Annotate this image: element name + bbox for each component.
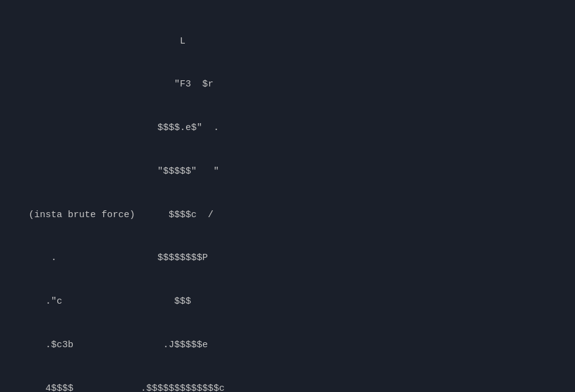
terminal-content: L "F3 $r $$$$.e$" . "$$$$$" " (insta bru… <box>6 5 569 392</box>
ascii-line-9: 4$$$$ .$$$$$$$$$$$$$c <box>6 381 569 393</box>
ascii-line-8: .$c3b .J$$$$$e <box>6 338 569 352</box>
ascii-line-2: "F3 $r <box>6 77 569 91</box>
ascii-line-1: L <box>6 34 569 49</box>
ascii-line-6: . $$$$$$$$P <box>6 251 569 265</box>
ascii-line-7: ."c $$$ <box>6 294 569 309</box>
ascii-line-4: "$$$$$" " <box>6 164 569 179</box>
terminal-window: L "F3 $r $$$$.e$" . "$$$$$" " (insta bru… <box>0 0 575 392</box>
ascii-line-5: (insta brute force) $$$$c / <box>6 208 569 222</box>
ascii-line-3: $$$$.e$" . <box>6 121 569 135</box>
